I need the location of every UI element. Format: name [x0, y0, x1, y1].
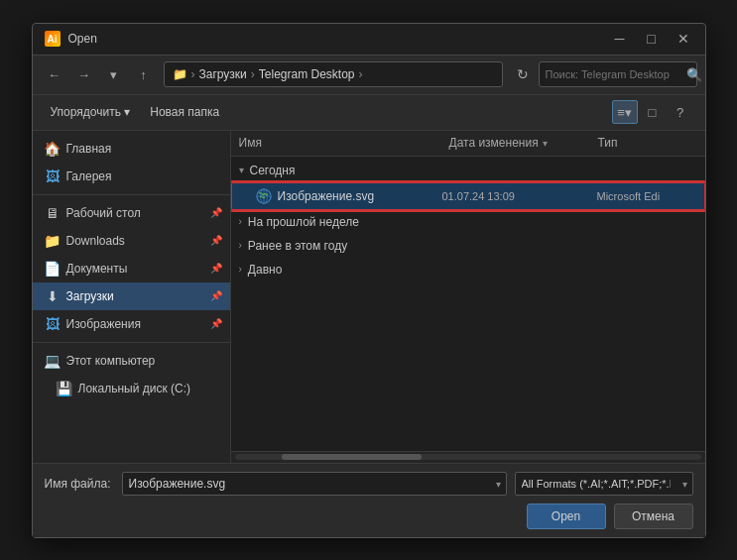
- sidebar-item-zagr[interactable]: ⬇ Загрузки 📌: [33, 282, 230, 310]
- gallery-icon: 🖼: [45, 168, 61, 184]
- folder-icon-downloads: 📁: [45, 233, 61, 249]
- sidebar-item-images-label: Изображения: [66, 317, 141, 331]
- file-row-svg[interactable]: Изображение.svg 01.07.24 13:09 Microsoft…: [231, 182, 705, 210]
- pin-icon-zagr: 📌: [210, 290, 222, 301]
- sidebar-separator-2: [33, 342, 230, 343]
- group-last-week-label: На прошлой неделе: [248, 215, 359, 229]
- pin-icon-documents: 📌: [210, 263, 222, 274]
- drive-icon: 💾: [57, 381, 72, 396]
- sidebar-item-desktop-label: Рабочий стол: [66, 206, 141, 220]
- navigation-toolbar: ← → ▾ ↑ 📁 › Загрузки › Telegram Desktop …: [33, 56, 705, 95]
- up-button[interactable]: ↑: [130, 60, 158, 88]
- bottom-bar: Имя файла: ▾ All Formats (*.AI;*.AIT;*.P…: [33, 463, 705, 537]
- sidebar-item-images[interactable]: 🖼 Изображения 📌: [33, 310, 230, 338]
- minimize-button[interactable]: ─: [606, 29, 634, 49]
- dialog-title: Open: [68, 32, 606, 46]
- sidebar-item-downloads-label: Downloads: [66, 234, 125, 248]
- file-list: ▾ Сегодня Изображение.svg: [231, 157, 705, 451]
- sidebar-separator-1: [33, 194, 230, 195]
- maximize-button[interactable]: □: [638, 29, 666, 49]
- window-controls: ─ □ ✕: [606, 29, 697, 49]
- breadcrumb-part2: Telegram Desktop: [259, 67, 355, 81]
- details-view-button[interactable]: □: [640, 100, 666, 124]
- format-select[interactable]: All Formats (*.AI;*.AIT;*.PDF;*.D: [515, 472, 693, 496]
- app-icon: Ai: [45, 31, 61, 47]
- horizontal-scrollbar[interactable]: [231, 451, 705, 463]
- group-long-ago-label: Давно: [248, 263, 282, 277]
- pin-icon-images: 📌: [210, 318, 222, 329]
- search-icon: 🔍: [686, 67, 702, 82]
- desktop-icon: 🖥: [45, 205, 61, 221]
- col-header-type[interactable]: Тип: [598, 136, 697, 150]
- documents-icon: 📄: [45, 261, 61, 277]
- group-today-chevron: ▾: [239, 165, 244, 175]
- sidebar-item-this-pc-label: Этот компьютер: [66, 354, 156, 368]
- help-button[interactable]: ?: [668, 100, 693, 124]
- open-button[interactable]: Open: [527, 504, 606, 529]
- cancel-button[interactable]: Отмена: [614, 504, 693, 529]
- file-type-svg: Microsoft Edi: [597, 190, 696, 202]
- pin-icon-desktop: 📌: [210, 207, 222, 218]
- group-this-year[interactable]: › Ранее в этом году: [231, 234, 705, 258]
- main-area: Имя Дата изменения ▾ Тип ▾ Сегодня: [231, 131, 705, 463]
- group-today[interactable]: ▾ Сегодня: [231, 159, 705, 182]
- svg-point-4: [257, 189, 271, 203]
- filename-row: Имя файла: ▾ All Formats (*.AI;*.AIT;*.P…: [45, 472, 693, 496]
- pc-icon: 💻: [45, 353, 61, 369]
- sidebar-item-home[interactable]: 🏠 Главная: [33, 135, 230, 163]
- column-headers: Имя Дата изменения ▾ Тип: [231, 131, 705, 157]
- images-icon: 🖼: [45, 316, 61, 332]
- filename-input-wrap: ▾: [122, 472, 507, 496]
- titlebar: Ai Open ─ □ ✕: [33, 24, 705, 56]
- content-area: 🏠 Главная 🖼 Галерея 🖥 Рабочий стол 📌 📁 D…: [33, 131, 705, 463]
- sidebar-item-desktop[interactable]: 🖥 Рабочий стол 📌: [33, 199, 230, 227]
- format-dropdown-arrow[interactable]: ▾: [682, 478, 687, 489]
- sidebar-item-this-pc[interactable]: 💻 Этот компьютер: [33, 347, 230, 375]
- group-long-ago[interactable]: › Давно: [231, 258, 705, 281]
- breadcrumb-part1: Загрузки: [199, 67, 247, 81]
- group-last-week[interactable]: › На прошлой неделе: [231, 210, 705, 234]
- filename-dropdown-arrow[interactable]: ▾: [496, 478, 501, 489]
- view-icons: ≡▾ □ ?: [612, 100, 693, 124]
- breadcrumb-folder-icon: 📁: [173, 67, 187, 81]
- sort-icon: ▾: [543, 138, 548, 149]
- filename-label: Имя файла:: [45, 477, 114, 491]
- search-input[interactable]: [546, 68, 682, 80]
- close-button[interactable]: ✕: [670, 29, 697, 49]
- back-button[interactable]: ←: [41, 60, 68, 88]
- filename-input[interactable]: [122, 472, 507, 496]
- globe-icon: [256, 188, 272, 204]
- sidebar-item-gallery[interactable]: 🖼 Галерея: [33, 163, 230, 190]
- sidebar-item-documents[interactable]: 📄 Документы 📌: [33, 255, 230, 282]
- home-icon: 🏠: [45, 141, 61, 157]
- button-row: Open Отмена: [45, 504, 693, 529]
- group-last-week-chevron: ›: [239, 216, 242, 227]
- file-name-svg: Изображение.svg: [278, 189, 436, 203]
- format-select-wrap: All Formats (*.AI;*.AIT;*.PDF;*.D ▾: [515, 472, 693, 496]
- sidebar-item-documents-label: Документы: [66, 262, 128, 276]
- refresh-button[interactable]: ↻: [509, 60, 537, 88]
- forward-button[interactable]: →: [70, 60, 98, 88]
- search-bar[interactable]: 🔍: [539, 61, 697, 87]
- col-header-name[interactable]: Имя: [239, 136, 449, 150]
- group-today-label: Сегодня: [250, 164, 296, 177]
- list-view-button[interactable]: ≡▾: [612, 100, 638, 124]
- scrollbar-track: [235, 454, 701, 460]
- file-date-svg: 01.07.24 13:09: [442, 190, 591, 202]
- group-long-ago-chevron: ›: [239, 264, 242, 275]
- sidebar-item-home-label: Главная: [66, 142, 112, 156]
- sidebar-item-drive-label: Локальный диск (C:): [78, 382, 191, 395]
- new-folder-button[interactable]: Новая папка: [144, 100, 225, 124]
- sidebar-item-drive[interactable]: 💾 Локальный диск (C:): [33, 375, 230, 402]
- organize-button[interactable]: Упорядочить ▾: [45, 100, 137, 124]
- group-this-year-label: Ранее в этом году: [248, 239, 347, 253]
- open-dialog: Ai Open ─ □ ✕ ← → ▾ ↑ 📁 › Загрузки › Tel…: [32, 23, 706, 538]
- col-header-date[interactable]: Дата изменения ▾: [449, 136, 598, 150]
- group-this-year-chevron: ›: [239, 240, 242, 251]
- dropdown-button[interactable]: ▾: [100, 60, 128, 88]
- breadcrumb[interactable]: 📁 › Загрузки › Telegram Desktop ›: [164, 61, 503, 87]
- sidebar: 🏠 Главная 🖼 Галерея 🖥 Рабочий стол 📌 📁 D…: [33, 131, 231, 463]
- sidebar-item-gallery-label: Галерея: [66, 169, 112, 183]
- sidebar-item-downloads[interactable]: 📁 Downloads 📌: [33, 227, 230, 255]
- downloads-icon: ⬇: [45, 288, 61, 304]
